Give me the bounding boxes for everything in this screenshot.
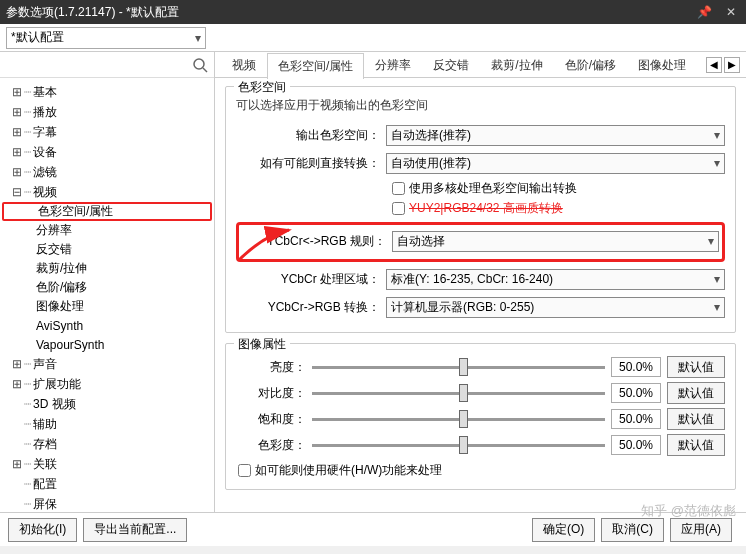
btn-default-hue[interactable]: 默认值 <box>667 434 725 456</box>
tab-scroll-right[interactable]: ▶ <box>724 57 740 73</box>
btn-apply[interactable]: 应用(A) <box>670 518 732 542</box>
tree-video-colorlevel[interactable]: 色阶/偏移 <box>2 278 212 297</box>
tree-video-avisynth[interactable]: AviSynth <box>2 316 212 335</box>
slider-contrast[interactable] <box>312 383 605 403</box>
main-content: ⊞┈基本 ⊞┈播放 ⊞┈字幕 ⊞┈设备 ⊞┈滤镜 ⊟┈视频 色彩空间/属性 分辨… <box>0 52 746 512</box>
tree-video[interactable]: ⊟┈视频 <box>2 182 212 202</box>
preset-bar: *默认配置 <box>0 24 746 52</box>
close-icon[interactable]: ✕ <box>722 5 740 19</box>
tree-video-vapoursynth[interactable]: VapourSynth <box>2 335 212 354</box>
chevron-down-icon <box>714 300 720 314</box>
val-saturation: 50.0% <box>611 409 661 429</box>
tree-basic[interactable]: ⊞┈基本 <box>2 82 212 102</box>
tree-assoc[interactable]: ⊞┈关联 <box>2 454 212 474</box>
tree-3d[interactable]: ┈3D 视频 <box>2 394 212 414</box>
chk-hq-row: YUY2|RGB24/32 高画质转换 <box>236 198 725 218</box>
tab-colorlevel[interactable]: 色阶/偏移 <box>554 52 627 78</box>
row-saturation: 饱和度： 50.0% 默认值 <box>236 406 725 432</box>
chk-hq[interactable] <box>392 202 405 215</box>
btn-cancel[interactable]: 取消(C) <box>601 518 664 542</box>
tree-video-imageproc[interactable]: 图像处理 <box>2 297 212 316</box>
search-icon[interactable] <box>192 57 208 73</box>
slider-hue[interactable] <box>312 435 605 455</box>
row-convert: YCbCr->RGB 转换： 计算机显示器(RGB: 0-255) <box>236 294 725 320</box>
row-output: 输出色彩空间： 自动选择(推荐) <box>236 122 725 148</box>
tree-config[interactable]: ┈配置 <box>2 474 212 494</box>
chevron-down-icon <box>714 128 720 142</box>
group-colorspace-legend: 色彩空间 <box>234 79 290 96</box>
row-contrast: 对比度： 50.0% 默认值 <box>236 380 725 406</box>
val-hue: 50.0% <box>611 435 661 455</box>
btn-default-saturation[interactable]: 默认值 <box>667 408 725 430</box>
slider-saturation[interactable] <box>312 409 605 429</box>
tab-scroll-left[interactable]: ◀ <box>706 57 722 73</box>
val-contrast: 50.0% <box>611 383 661 403</box>
nav-tree: ⊞┈基本 ⊞┈播放 ⊞┈字幕 ⊞┈设备 ⊞┈滤镜 ⊟┈视频 色彩空间/属性 分辨… <box>0 78 214 512</box>
tree-archive[interactable]: ┈存档 <box>2 434 212 454</box>
tree-lens[interactable]: ⊞┈滤镜 <box>2 162 212 182</box>
chevron-down-icon <box>714 272 720 286</box>
tree-playback[interactable]: ⊞┈播放 <box>2 102 212 122</box>
btn-init[interactable]: 初始化(I) <box>8 518 77 542</box>
tab-video[interactable]: 视频 <box>221 52 267 78</box>
btn-ok[interactable]: 确定(O) <box>532 518 595 542</box>
chk-multicore-row: 使用多核处理色彩空间输出转换 <box>236 178 725 198</box>
svg-point-0 <box>194 59 204 69</box>
select-output[interactable]: 自动选择(推荐) <box>386 125 725 146</box>
tree-video-deinterlace[interactable]: 反交错 <box>2 240 212 259</box>
row-rule: YCbCr<->RGB 规则： 自动选择 <box>242 228 719 254</box>
tree-video-resolution[interactable]: 分辨率 <box>2 221 212 240</box>
btn-default-brightness[interactable]: 默认值 <box>667 356 725 378</box>
tree-assist[interactable]: ┈辅助 <box>2 414 212 434</box>
search-input[interactable] <box>6 55 192 75</box>
tab-crop[interactable]: 裁剪/拉伸 <box>480 52 553 78</box>
right-pane: 视频 色彩空间/属性 分辨率 反交错 裁剪/拉伸 色阶/偏移 图像处理 ◀ ▶ … <box>215 52 746 512</box>
val-brightness: 50.0% <box>611 357 661 377</box>
tree-screensaver[interactable]: ┈屏保 <box>2 494 212 512</box>
sidebar: ⊞┈基本 ⊞┈播放 ⊞┈字幕 ⊞┈设备 ⊞┈滤镜 ⊟┈视频 色彩空间/属性 分辨… <box>0 52 215 512</box>
titlebar: 参数选项(1.7.21147) - *默认配置 📌 ✕ <box>0 0 746 24</box>
chk-multicore[interactable] <box>392 182 405 195</box>
chevron-down-icon <box>195 31 201 45</box>
chevron-down-icon <box>714 156 720 170</box>
tab-imageproc[interactable]: 图像处理 <box>627 52 697 78</box>
tree-extend[interactable]: ⊞┈扩展功能 <box>2 374 212 394</box>
search-bar <box>0 52 214 78</box>
group-colorspace-desc: 可以选择应用于视频输出的色彩空间 <box>236 97 725 114</box>
tab-resolution[interactable]: 分辨率 <box>364 52 422 78</box>
chk-hw[interactable] <box>238 464 251 477</box>
select-direct[interactable]: 自动使用(推荐) <box>386 153 725 174</box>
tree-device[interactable]: ⊞┈设备 <box>2 142 212 162</box>
btn-export[interactable]: 导出当前配置... <box>83 518 187 542</box>
chevron-down-icon <box>708 234 714 248</box>
window-title: 参数选项(1.7.21147) - *默认配置 <box>6 4 179 21</box>
footer: 初始化(I) 导出当前配置... 确定(O) 取消(C) 应用(A) <box>0 512 746 546</box>
settings-pane: 色彩空间 可以选择应用于视频输出的色彩空间 输出色彩空间： 自动选择(推荐) 如… <box>215 78 746 512</box>
select-rule[interactable]: 自动选择 <box>392 231 719 252</box>
group-imageattr-legend: 图像属性 <box>234 336 290 353</box>
svg-line-1 <box>203 68 207 72</box>
tree-subtitle[interactable]: ⊞┈字幕 <box>2 122 212 142</box>
pin-icon[interactable]: 📌 <box>693 5 716 19</box>
slider-brightness[interactable] <box>312 357 605 377</box>
row-range: YCbCr 处理区域： 标准(Y: 16-235, CbCr: 16-240) <box>236 266 725 292</box>
tab-colorspace[interactable]: 色彩空间/属性 <box>267 53 364 79</box>
row-direct: 如有可能则直接转换： 自动使用(推荐) <box>236 150 725 176</box>
preset-select[interactable]: *默认配置 <box>6 27 206 49</box>
btn-default-contrast[interactable]: 默认值 <box>667 382 725 404</box>
chk-hw-row: 如可能则使用硬件(H/W)功能来处理 <box>236 458 725 479</box>
group-imageattr: 图像属性 亮度： 50.0% 默认值 对比度： 50.0% 默认值 饱和度： 5… <box>225 343 736 490</box>
tree-audio[interactable]: ⊞┈声音 <box>2 354 212 374</box>
window-buttons: 📌 ✕ <box>693 5 740 19</box>
group-colorspace: 色彩空间 可以选择应用于视频输出的色彩空间 输出色彩空间： 自动选择(推荐) 如… <box>225 86 736 333</box>
tree-video-colorspace[interactable]: 色彩空间/属性 <box>2 202 212 221</box>
tab-scroll: ◀ ▶ <box>706 57 746 73</box>
preset-value: *默认配置 <box>11 29 64 46</box>
select-convert[interactable]: 计算机显示器(RGB: 0-255) <box>386 297 725 318</box>
tree-video-crop[interactable]: 裁剪/拉伸 <box>2 259 212 278</box>
row-hue: 色彩度： 50.0% 默认值 <box>236 432 725 458</box>
row-brightness: 亮度： 50.0% 默认值 <box>236 354 725 380</box>
highlight-box: YCbCr<->RGB 规则： 自动选择 <box>236 222 725 262</box>
tab-deinterlace[interactable]: 反交错 <box>422 52 480 78</box>
select-range[interactable]: 标准(Y: 16-235, CbCr: 16-240) <box>386 269 725 290</box>
